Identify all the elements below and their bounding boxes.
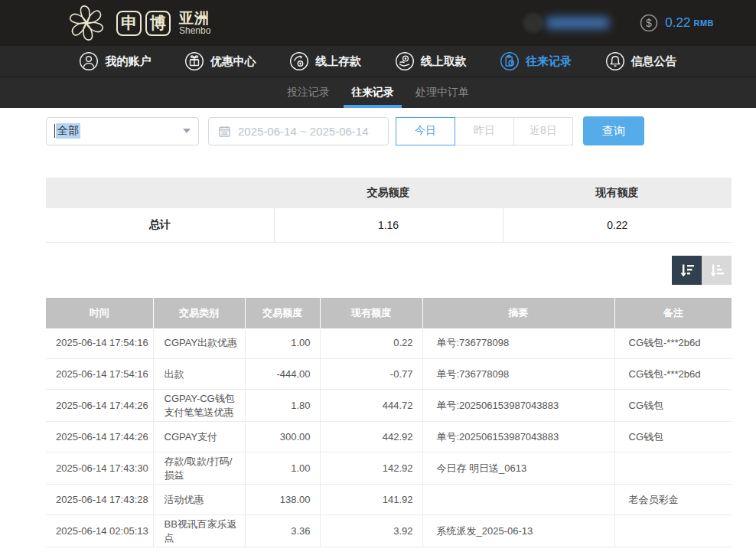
cell-type: BB视讯百家乐返点 (153, 515, 245, 547)
tab-label: 投注记录 (287, 86, 330, 100)
cell-balance: 142.92 (320, 452, 422, 485)
category-select[interactable]: 全部 (46, 117, 199, 145)
summary-total-label: 总计 (46, 208, 274, 242)
dollar-coin-icon: $ (640, 14, 658, 32)
cell-type: CGPAY-CG钱包支付笔笔送优惠 (153, 390, 245, 422)
cell-time: 2025-06-14 17:43:28 (46, 485, 153, 515)
table-row: 2025-06-14 17:44:26 CGPAY-CG钱包支付笔笔送优惠 1.… (46, 390, 732, 422)
sort-descending-icon (679, 262, 696, 279)
cell-type: 存款/取款/打码/损益 (153, 452, 245, 485)
cell-summary (422, 485, 614, 515)
filter-bar: 全部 2025-06-14 ~ 2025-06-14 今日 昨日 近8日 查询 (46, 116, 756, 145)
top-header: 申 博 亚洲 Shenbo $ 0.22 RMB (0, 0, 756, 46)
summary-table: 交易额度 现有额度 总计 1.16 0.22 (46, 178, 732, 243)
quick-button-label: 昨日 (474, 124, 495, 138)
cell-note: 老会员彩金 (614, 485, 732, 515)
cell-time: 2025-06-14 17:44:26 (46, 390, 153, 422)
col-header-amount: 交易额度 (245, 298, 320, 328)
cell-amount: -444.00 (245, 359, 320, 390)
tab-betting-records[interactable]: 投注记录 (282, 77, 334, 108)
cell-summary: 单号:736778098 (422, 328, 614, 359)
table-row: 2025-06-14 17:44:26 CGPAY支付 300.00 442.9… (46, 422, 732, 452)
nav-item-announcements[interactable]: 信息公告 (605, 51, 677, 71)
table-header-row: 时间 交易类别 交易额度 现有额度 摘要 备注 (46, 298, 732, 328)
transactions-table: 时间 交易类别 交易额度 现有额度 摘要 备注 2025-06-14 17:54… (46, 298, 732, 548)
cell-summary: 今日存 明日送_0613 (422, 452, 614, 485)
summary-total-amount: 1.16 (274, 208, 503, 242)
cell-amount: 1.00 (245, 452, 320, 485)
nav-item-label: 优惠中心 (210, 54, 256, 69)
brand-subtitle: 亚洲 Shenbo (179, 11, 210, 36)
cell-time: 2025-06-14 17:43:30 (46, 452, 153, 485)
category-select-value: 全部 (56, 123, 80, 139)
summary-header-balance: 现有额度 (503, 178, 732, 208)
quick-button-label: 今日 (415, 124, 436, 138)
username-redacted[interactable] (546, 17, 609, 29)
cell-time: 2025-06-14 17:54:16 (46, 328, 153, 359)
summary-header-row: 交易额度 现有额度 (46, 178, 732, 208)
table-row: 2025-06-14 17:54:16 CGPAY出款优惠 1.00 0.22 … (46, 328, 732, 359)
nav-item-my-account[interactable]: 我的账户 (79, 51, 151, 71)
cell-summary: 单号:736778098 (422, 359, 614, 390)
today-button[interactable]: 今日 (396, 117, 455, 145)
last-8-days-button[interactable]: 近8日 (513, 117, 573, 145)
brand-name-boxes: 申 博 (116, 11, 171, 36)
cell-balance: 141.92 (320, 485, 422, 515)
active-tab-underline (344, 105, 402, 108)
col-header-type: 交易类别 (153, 298, 245, 328)
cell-balance: 444.72 (320, 390, 422, 422)
tab-label: 处理中订单 (415, 86, 469, 100)
gift-icon (184, 51, 204, 71)
cell-amount: 3.36 (245, 515, 320, 547)
avatar[interactable] (523, 13, 543, 33)
cell-summary: 系统派发_2025-06-13 (422, 515, 614, 547)
nav-item-label: 信息公告 (631, 54, 677, 69)
sort-descending-button[interactable] (672, 256, 702, 285)
cell-time: 2025-06-14 17:44:26 (46, 422, 153, 452)
brand-char-1: 申 (116, 11, 142, 36)
cell-amount: 138.00 (245, 485, 320, 515)
nav-item-label: 我的账户 (105, 54, 151, 69)
text-cursor (54, 124, 55, 138)
brand-logo: 申 博 亚洲 Shenbo (66, 2, 210, 44)
user-area[interactable]: $ 0.22 RMB (523, 13, 714, 33)
calendar-icon (218, 125, 231, 138)
flower-logo-icon (66, 2, 107, 44)
currency-symbol: $ (646, 17, 652, 29)
sort-controls (46, 256, 732, 285)
cell-balance: 442.92 (320, 422, 422, 452)
records-clipboard-icon (500, 51, 520, 71)
withdraw-coin-hand-icon (395, 51, 415, 71)
record-tabs: 投注记录 往来记录 处理中订单 (0, 77, 756, 108)
col-header-balance: 现有额度 (320, 298, 422, 328)
date-range-value: 2025-06-14 ~ 2025-06-14 (238, 125, 369, 138)
nav-item-promotions[interactable]: 优惠中心 (184, 51, 256, 71)
brand-region: 亚洲 (179, 11, 210, 26)
nav-item-deposit[interactable]: 线上存款 (289, 51, 361, 71)
nav-item-transaction-records[interactable]: 往来记录 (500, 51, 572, 71)
tab-transaction-records[interactable]: 往来记录 (347, 77, 399, 108)
cell-amount: 300.00 (245, 422, 320, 452)
cell-type: CGPAY出款优惠 (153, 328, 245, 359)
table-row: 2025-06-14 17:43:30 存款/取款/打码/损益 1.00 142… (46, 452, 732, 485)
cell-balance: 0.22 (320, 328, 422, 359)
tab-pending-orders[interactable]: 处理中订单 (411, 77, 474, 108)
search-button[interactable]: 查询 (583, 116, 644, 145)
table-row: 2025-06-14 17:54:16 出款 -444.00 -0.77 单号:… (46, 359, 732, 390)
cell-note: CG钱包-***2b6d (614, 328, 732, 359)
cell-time: 2025-06-14 02:05:13 (46, 515, 153, 547)
yesterday-button[interactable]: 昨日 (455, 117, 514, 145)
nav-item-label: 线上存款 (315, 54, 361, 69)
cell-balance: -0.77 (320, 359, 422, 390)
date-range-input[interactable]: 2025-06-14 ~ 2025-06-14 (208, 117, 389, 145)
quick-button-label: 近8日 (530, 124, 557, 138)
cell-amount: 1.00 (245, 328, 320, 359)
sort-ascending-button[interactable] (702, 256, 732, 285)
balance-display: $ 0.22 RMB (640, 14, 714, 32)
cell-type: CGPAY支付 (153, 422, 245, 452)
bell-icon (605, 51, 625, 71)
sort-ascending-icon (709, 262, 725, 279)
col-header-note: 备注 (614, 298, 732, 328)
chevron-down-icon (183, 129, 191, 133)
nav-item-withdraw[interactable]: 线上取款 (395, 51, 467, 71)
